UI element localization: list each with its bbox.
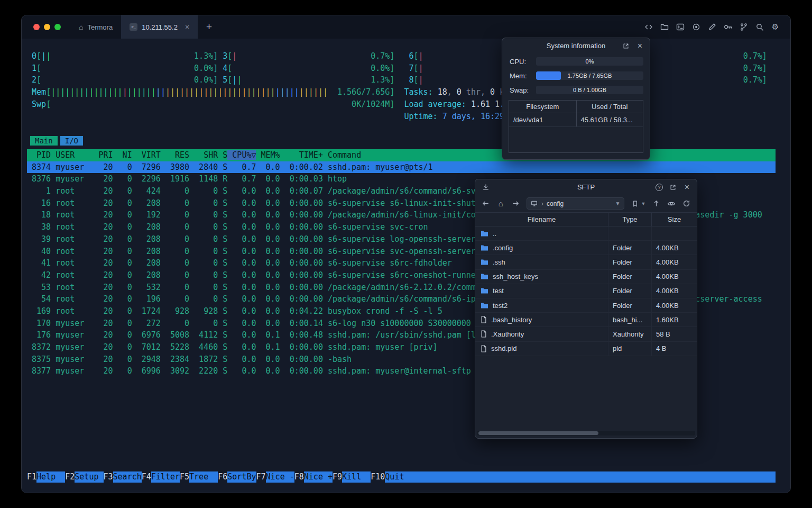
terminal-panel-icon[interactable] — [676, 23, 685, 32]
refresh-icon[interactable] — [681, 199, 691, 208]
parent-directory-icon[interactable] — [651, 199, 661, 208]
dialog-titlebar[interactable]: SFTP ? × — [475, 179, 697, 195]
sort-column-cpu[interactable]: CPU%▽ — [227, 150, 256, 160]
sftp-file-row[interactable]: .bash_historybash_hi...1.60KB — [475, 313, 697, 327]
fn-sortby-button[interactable]: SortBy — [227, 471, 256, 483]
show-hidden-eye-icon[interactable] — [667, 199, 676, 208]
forward-icon[interactable] — [511, 199, 521, 208]
folder-icon — [481, 230, 488, 237]
folder-icon[interactable] — [660, 23, 669, 32]
key-icon[interactable] — [723, 23, 732, 32]
folder-icon — [481, 259, 488, 266]
file-name: .config — [493, 244, 513, 252]
open-in-new-window-icon[interactable] — [621, 41, 630, 50]
new-tab-button[interactable]: + — [198, 15, 220, 39]
current-path: config — [547, 200, 564, 207]
sftp-file-row[interactable]: .. — [475, 226, 697, 241]
fs-used-total: 45.61GB / 58.3... — [576, 113, 643, 126]
fn-kill-button[interactable]: Kill — [342, 471, 371, 483]
fn-nice-button[interactable]: Nice + — [304, 471, 333, 483]
fs-col-filesystem: Filesystem — [509, 101, 576, 113]
dialog-titlebar[interactable]: System information × — [502, 38, 650, 53]
home-icon[interactable]: ⌂ — [496, 199, 506, 208]
file-size — [651, 226, 697, 240]
swap-usage-text: 0 B / 1.00GB — [536, 86, 643, 94]
folder-icon — [481, 287, 488, 294]
zoom-window-button[interactable] — [54, 24, 61, 30]
close-tab-icon[interactable]: × — [185, 23, 189, 31]
minimize-window-button[interactable] — [44, 24, 50, 30]
fs-col-used-total: Used / Total — [576, 101, 643, 113]
help-icon[interactable]: ? — [656, 184, 663, 191]
file-size: 4.00KB — [651, 270, 697, 284]
bookmark-icon — [630, 199, 640, 208]
sftp-file-row[interactable]: sshd.pidpid4 B — [475, 342, 697, 356]
sftp-table-header[interactable]: Filename Type Size — [475, 212, 697, 226]
fn-tree-button[interactable]: Tree — [189, 471, 218, 483]
tab-termora[interactable]: ⌂ Termora — [70, 15, 121, 39]
horizontal-scrollbar[interactable] — [477, 431, 695, 436]
chevron-down-icon[interactable]: ▼ — [615, 201, 621, 206]
file-size: 4.00KB — [651, 255, 697, 269]
process-table-header[interactable]: PID USER PRI NI VIRT RES SHR S CPU%▽ MEM… — [27, 149, 776, 161]
fn-filter-button[interactable]: Filter — [151, 471, 180, 483]
filesystem-row[interactable]: /dev/vda1 45.61GB / 58.3... — [509, 113, 643, 127]
fn-quit-button[interactable]: Quit — [385, 471, 413, 483]
dialog-title: SFTP — [577, 183, 595, 191]
file-size: 58 B — [651, 327, 697, 341]
fn-key: F2 — [65, 471, 75, 483]
file-icon — [481, 330, 487, 338]
cpu-usage-text: 0% — [536, 57, 643, 66]
tab-label: 10.211.55.2 — [142, 23, 178, 31]
file-type: Folder — [608, 284, 651, 298]
search-icon[interactable] — [755, 23, 764, 32]
fs-name: /dev/vda1 — [509, 113, 576, 126]
sftp-file-row[interactable]: .sshFolder4.00KB — [475, 255, 697, 269]
dialog-title: System information — [547, 42, 605, 50]
header-left-columns[interactable]: PID USER PRI NI VIRT RES SHR S — [27, 150, 227, 160]
path-breadcrumb[interactable]: › config ▼ — [527, 197, 625, 210]
fn-search-button[interactable]: Search — [113, 471, 142, 483]
file-type: Folder — [608, 255, 651, 269]
file-name: .Xauthority — [491, 330, 524, 338]
sftp-file-row[interactable]: ssh_host_keysFolder4.00KB — [475, 270, 697, 284]
download-icon[interactable] — [481, 179, 490, 195]
column-filename[interactable]: Filename — [475, 213, 608, 226]
scrollbar-thumb[interactable] — [478, 431, 598, 435]
fn-setup-button[interactable]: Setup — [75, 471, 103, 483]
back-icon[interactable] — [481, 199, 491, 208]
app-window: ⌂ Termora >_ 10.211.55.2 × + ⚙ 0[|| 1.3% — [21, 15, 791, 493]
close-icon[interactable]: × — [635, 41, 644, 50]
htop-meters: 0[|| 1.3%] 3[| 0.7%] 6[| 0.7%] 1[ 0.0%] … — [27, 50, 767, 122]
swap-usage-bar: 0 B / 1.00GB — [536, 86, 643, 94]
htop-tab-main[interactable]: Main — [30, 136, 58, 146]
column-size[interactable]: Size — [651, 213, 697, 226]
settings-icon[interactable]: ⚙ — [771, 23, 780, 32]
file-type: Folder — [608, 270, 651, 284]
file-type: bash_hi... — [608, 313, 651, 326]
close-window-button[interactable] — [33, 24, 40, 30]
tab-ssh-session[interactable]: >_ 10.211.55.2 × — [121, 15, 198, 39]
fn-help-button[interactable]: Help — [36, 471, 65, 483]
sftp-file-row[interactable]: testFolder4.00KB — [475, 284, 697, 298]
header-right-columns[interactable]: MEM% TIME+ Command — [256, 150, 361, 160]
code-icon[interactable] — [644, 23, 653, 32]
filesystem-table-header: Filesystem Used / Total — [509, 101, 643, 113]
edit-icon[interactable] — [707, 23, 716, 32]
sftp-file-row[interactable]: .configFolder4.00KB — [475, 241, 697, 255]
file-type: pid — [608, 342, 651, 356]
htop-tab-io[interactable]: I/O — [60, 136, 83, 146]
sftp-file-row[interactable]: .XauthorityXauthority58 B — [475, 327, 697, 341]
record-icon[interactable] — [691, 23, 700, 32]
git-branch-icon[interactable] — [739, 23, 748, 32]
file-size: 4 B — [651, 342, 697, 356]
file-name: .bash_history — [491, 316, 532, 324]
file-name: ssh_host_keys — [493, 273, 538, 280]
process-row[interactable]: 8374 myuser 20 0 7296 3980 2840 S 0.7 0.… — [27, 161, 776, 174]
column-type[interactable]: Type — [608, 213, 651, 226]
bookmark-button[interactable]: ▼ — [630, 199, 645, 208]
open-in-new-window-icon[interactable] — [668, 183, 677, 192]
sftp-file-row[interactable]: test2Folder4.00KB — [475, 298, 697, 313]
fn-nice-button[interactable]: Nice - — [266, 471, 294, 483]
close-icon[interactable]: × — [682, 183, 691, 192]
